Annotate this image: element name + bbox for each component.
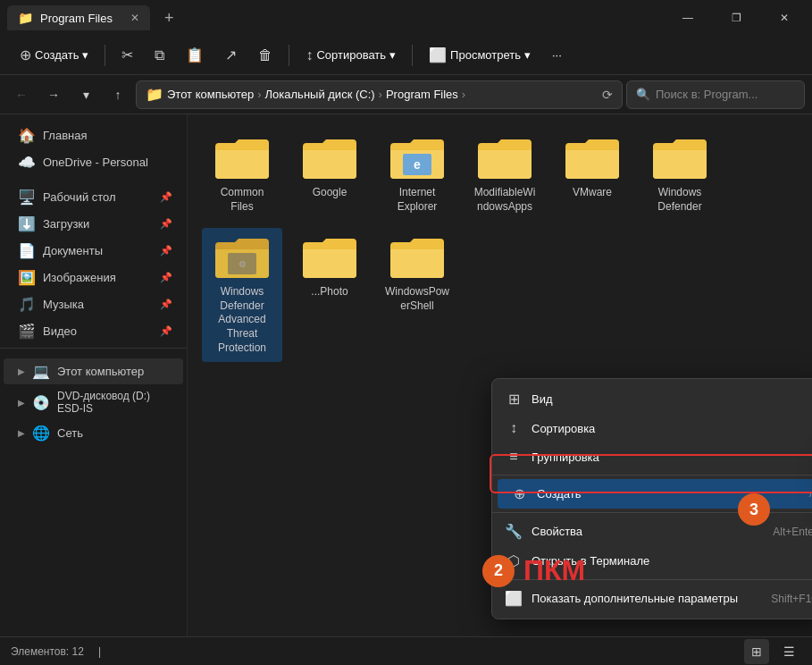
pkm-area: 2 ПКМ xyxy=(482,554,585,587)
sidebar-label-home: Главная xyxy=(43,129,87,142)
file-item-vmware[interactable]: VMware xyxy=(552,129,632,221)
folder-svg-ie: e xyxy=(389,136,446,182)
copy-button[interactable]: ⧉ xyxy=(146,43,173,68)
file-item-google[interactable]: Google xyxy=(289,129,370,221)
search-icon: 🔍 xyxy=(636,88,650,101)
folder-svg xyxy=(213,136,271,182)
new-tab-button[interactable]: + xyxy=(157,9,181,28)
toolbar-separator-2 xyxy=(289,45,289,66)
forward-button[interactable]: → xyxy=(39,80,68,109)
back-button[interactable]: ← xyxy=(7,80,36,109)
share-button[interactable]: ↗ xyxy=(216,42,246,68)
address-bar[interactable]: 📁 Этот компьютер › Локальный диск (C:) ›… xyxy=(136,80,623,109)
toolbar-separator xyxy=(105,45,105,66)
pkm-text: ПКМ xyxy=(523,554,585,587)
delete-button[interactable]: 🗑 xyxy=(249,43,281,68)
chevron-icon-2: ▶ xyxy=(18,398,25,408)
video-icon: 🎬 xyxy=(18,323,36,340)
properties-icon: 🔧 xyxy=(505,523,523,540)
sidebar-item-images[interactable]: 🖼️ Изображения 📌 xyxy=(4,265,183,290)
sort-icon: ↕ xyxy=(505,420,523,436)
tab-close-btn[interactable]: ✕ xyxy=(130,12,139,24)
folder-svg-vmware xyxy=(564,136,621,182)
sidebar-item-thispc[interactable]: ▶ 💻 Этот компьютер xyxy=(4,358,183,384)
file-item-commonfiles[interactable]: Common Files xyxy=(202,129,282,221)
file-item-wdatp[interactable]: ⚙ Windows Defender Advanced Threat Prote… xyxy=(202,228,282,362)
copy-icon: ⧉ xyxy=(155,47,164,63)
breadcrumb-cdrive[interactable]: Локальный диск (C:) xyxy=(265,88,375,101)
grid-view-button[interactable]: ⊞ xyxy=(744,639,769,664)
item-count: Элементов: 12 xyxy=(11,645,84,658)
refresh-button[interactable]: ⟳ xyxy=(602,88,613,102)
active-tab[interactable]: 📁 Program Files ✕ xyxy=(7,5,150,30)
search-box[interactable]: 🔍 Поиск в: Program... xyxy=(626,80,805,109)
sidebar-item-dvd[interactable]: ▶ 💿 DVD-дисковод (D:) ESD-IS xyxy=(4,385,183,419)
ctx-arrow-create: › xyxy=(808,488,812,501)
share-icon: ↗ xyxy=(225,46,237,63)
file-item-winpowershell[interactable]: WindowsPowerShell xyxy=(377,228,457,362)
status-separator: | xyxy=(98,645,101,658)
tab-folder-icon: 📁 xyxy=(18,11,33,25)
sidebar-item-onedrive[interactable]: ☁️ OneDrive - Personal xyxy=(4,149,183,175)
file-label-windefender: Windows Defender xyxy=(647,186,713,214)
sidebar-item-music[interactable]: 🎵 Музыка 📌 xyxy=(4,291,183,317)
cut-button[interactable]: ✂ xyxy=(113,42,142,68)
group-icon: ≡ xyxy=(505,449,523,465)
folder-svg-windefender xyxy=(651,136,708,182)
view-button[interactable]: ⬜ Просмотреть ▾ xyxy=(420,42,540,68)
create-button[interactable]: ⊕ Создать ▾ xyxy=(11,42,97,68)
file-item-ie[interactable]: e Internet Explorer xyxy=(377,129,457,221)
maximize-button[interactable]: ❐ xyxy=(716,4,757,32)
search-placeholder: Поиск в: Program... xyxy=(656,88,758,101)
badge-2: 2 xyxy=(482,555,515,587)
sort-button[interactable]: ↕ Сортировать ▾ xyxy=(297,43,405,68)
address-row: ← → ▾ ↑ 📁 Этот компьютер › Локальный дис… xyxy=(0,75,812,114)
ctx-item-sort[interactable]: ↕ Сортировка › xyxy=(492,414,812,442)
file-item-photo[interactable]: ...Photo xyxy=(289,228,370,362)
file-item-modifiable[interactable]: ModifiableWindowsApps xyxy=(465,129,545,221)
ctx-label-sort: Сортировка xyxy=(532,422,805,435)
sidebar-label-dvd: DVD-дисковод (D:) ESD-IS xyxy=(57,390,172,415)
sidebar-item-downloads[interactable]: ⬇️ Загрузки 📌 xyxy=(4,211,183,237)
list-view-button[interactable]: ☰ xyxy=(776,639,801,664)
file-label-winpowershell: WindowsPowerShell xyxy=(384,285,450,313)
ctx-item-more-params[interactable]: ⬜ Показать дополнительные параметры Shif… xyxy=(492,584,812,613)
sidebar-item-desktop[interactable]: 🖥️ Рабочий стол 📌 xyxy=(4,184,183,210)
more-button[interactable]: ··· xyxy=(543,44,571,66)
ctx-label-more-params: Показать дополнительные параметры xyxy=(532,592,762,605)
ctx-item-view[interactable]: ⊞ Вид › xyxy=(492,384,812,414)
breadcrumb: Этот компьютер › Локальный диск (C:) › P… xyxy=(167,88,467,101)
window-controls: — ❐ ✕ xyxy=(667,4,805,32)
pin-icon-6: 📌 xyxy=(160,325,172,337)
home-icon: 🏠 xyxy=(18,127,36,144)
thispc-icon: 💻 xyxy=(32,363,50,380)
breadcrumb-thispc[interactable]: Этот компьютер xyxy=(167,88,254,101)
files-grid: Common Files Google e Internet Explorer xyxy=(202,129,798,362)
paste-button[interactable]: 📋 xyxy=(177,42,213,68)
ctx-item-group[interactable]: ≡ Группировка › xyxy=(492,442,812,471)
file-label-google: Google xyxy=(313,186,347,200)
up-button[interactable]: ↑ xyxy=(104,80,132,109)
badge-3: 3 xyxy=(738,493,770,526)
sort-icon: ↕ xyxy=(306,47,313,63)
documents-icon: 📄 xyxy=(18,242,36,259)
sidebar-label-onedrive: OneDrive - Personal xyxy=(43,156,148,169)
toolbar: ⊕ Создать ▾ ✂ ⧉ 📋 ↗ 🗑 ↕ Сортировать ▾ ⬜ … xyxy=(0,36,812,75)
folder-svg-winpowershell xyxy=(389,235,446,282)
sidebar-label-music: Музыка xyxy=(43,298,84,311)
ctx-label-view: Вид xyxy=(532,392,805,406)
sidebar-item-home[interactable]: 🏠 Главная xyxy=(4,122,183,148)
cut-icon: ✂ xyxy=(121,46,133,63)
recent-button[interactable]: ▾ xyxy=(71,80,100,109)
breadcrumb-programfiles[interactable]: Program Files xyxy=(386,88,458,101)
dvd-icon: 💿 xyxy=(32,394,50,411)
sidebar-item-documents[interactable]: 📄 Документы 📌 xyxy=(4,238,183,264)
close-button[interactable]: ✕ xyxy=(764,4,805,32)
more-params-icon: ⬜ xyxy=(505,590,523,607)
sidebar-item-video[interactable]: 🎬 Видео 📌 xyxy=(4,318,183,344)
sidebar-item-network[interactable]: ▶ 🌐 Сеть xyxy=(4,420,183,446)
network-icon: 🌐 xyxy=(32,425,50,442)
file-item-windefender[interactable]: Windows Defender xyxy=(640,129,720,221)
minimize-button[interactable]: — xyxy=(667,4,708,32)
ctx-shortcut-more: Shift+F10 xyxy=(771,593,812,605)
